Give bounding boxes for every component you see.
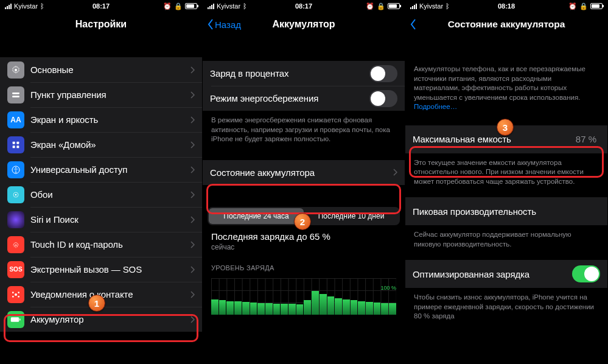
item-accessibility[interactable]: Универсальный доступ [0,157,202,182]
battery-icon [185,3,197,9]
item-label: Siri и Поиск [30,214,190,225]
sos-icon: SOS [7,261,24,278]
segment-24h[interactable]: Последние 24 часа [209,208,304,224]
wallpaper-icon [7,186,24,203]
item-label: Экран и яркость [30,114,190,125]
chevron-right-icon [190,166,195,173]
lock-icon: 🔒 [579,2,588,10]
item-touchid[interactable]: Touch ID и код-пароль [0,232,202,257]
time-range-segmented[interactable]: Последние 24 часа Последние 10 дней [208,207,400,225]
chevron-right-icon [190,91,195,99]
row-low-power-mode[interactable]: Режим энергосбережения [203,86,405,111]
svg-rect-2 [12,96,19,97]
row-battery-health[interactable]: Состояние аккумулятора [203,160,405,185]
home-grid-icon [7,136,24,153]
status-bar: Kyivstar ᛒ 08:18 ⏰ 🔒 [405,0,607,12]
item-display[interactable]: AA Экран и яркость [0,107,202,132]
settings-screen: Kyivstar ᛒ 08:17 ⏰ 🔒 Настройки Основные … [0,0,203,364]
toggle-battery-percentage[interactable] [369,65,397,82]
item-exposure-notif[interactable]: Уведомления о контакте [0,282,202,307]
item-label: Универсальный доступ [30,164,190,175]
status-bar: Kyivstar ᛒ 08:17 ⏰ 🔒 [0,0,202,12]
alarm-icon: ⏰ [568,2,577,10]
row-peak-performance: Пиковая производительность [405,197,607,225]
nav-header: Состояние аккумулятора [405,12,607,37]
toggle-optimized-charging[interactable] [572,265,600,282]
siri-icon [7,211,24,228]
max-capacity-label: Максимальная емкость [413,134,576,144]
item-label: Уведомления о контакте [30,289,190,299]
peak-caption: Сейчас аккумулятор поддерживает нормальн… [405,225,607,250]
bluetooth-icon: ᛒ [446,2,450,10]
bluetooth-icon: ᛒ [40,2,44,10]
toggle-group: Заряд в процентах Режим энергосбережения [203,61,405,111]
svg-point-0 [15,69,17,71]
svg-point-15 [18,296,19,298]
alarm-icon: ⏰ [366,2,374,10]
svg-point-14 [12,296,14,298]
chart-caption: УРОВЕНЬ ЗАРЯДА [203,253,405,275]
item-sos[interactable]: SOS Экстренный вызов — SOS [0,257,202,282]
chevron-right-icon [190,241,195,248]
health-group: Состояние аккумулятора [203,160,405,185]
toggle-label: Режим энергосбережения [210,93,369,103]
item-wallpaper[interactable]: Обои [0,182,202,207]
signal-icon [5,4,12,9]
chevron-right-icon [190,141,195,149]
row-optimized-charging[interactable]: Оптимизированная зарядка [405,260,607,288]
back-button[interactable]: Назад [208,19,241,30]
alarm-icon: ⏰ [163,2,172,10]
item-label: Основные [30,65,190,75]
item-battery[interactable]: Аккумулятор [0,307,202,332]
opt-label: Оптимизированная зарядка [413,269,572,279]
peak-label: Пиковая производительность [413,206,600,217]
item-control-center[interactable]: Пункт управления [0,82,202,107]
max-capacity-caption: Это текущее значение емкости аккумулятор… [405,153,607,188]
svg-rect-17 [19,318,21,320]
item-label: Обои [30,189,190,200]
svg-point-10 [15,194,17,195]
exposure-icon [7,286,24,303]
item-label: Экран «Домой» [30,139,190,150]
max-capacity-group: Максимальная емкость 87 % [405,125,607,153]
toggle-label: Заряд в процентах [210,68,369,79]
item-label: Touch ID и код-пароль [30,239,190,250]
carrier-label: Kyivstar [14,2,38,10]
toggles-icon [7,86,24,103]
intro-caption: Аккумуляторы телефона, как и все перезар… [405,60,607,113]
chart-y-max: 100 % [380,282,396,294]
carrier-label: Kyivstar [419,2,443,10]
nav-header: Настройки [0,12,202,37]
signal-icon [208,4,214,9]
signal-icon [410,4,417,9]
battery-screen: Kyivstar ᛒ 08:17 ⏰ 🔒 Назад Аккумулятор З… [203,0,405,364]
gear-icon [7,61,24,79]
learn-more-link[interactable]: Подробнее… [414,103,457,110]
opt-caption: Чтобы снизить износ аккумулятора, iPhone… [405,288,607,323]
toggle-low-power[interactable] [369,90,397,107]
item-general[interactable]: Основные [0,57,202,82]
chevron-right-icon [190,66,195,74]
svg-rect-3 [13,141,15,144]
health-label: Состояние аккумулятора [210,167,393,178]
page-title: Настройки [75,19,127,30]
back-label: Назад [215,19,241,30]
settings-list: Основные Пункт управления AA Экран и ярк… [0,57,202,332]
item-siri[interactable]: Siri и Поиск [0,207,202,232]
nav-header: Назад Аккумулятор [203,12,405,37]
chevron-right-icon [393,169,397,176]
bluetooth-icon: ᛒ [243,2,247,10]
item-home-screen[interactable]: Экран «Домой» [0,132,202,157]
svg-point-13 [18,292,19,293]
row-max-capacity: Максимальная емкость 87 % [405,125,607,153]
back-button[interactable] [410,19,416,30]
chevron-right-icon [190,316,195,323]
fingerprint-icon [7,236,24,253]
segment-10d[interactable]: Последние 10 дней [304,208,399,224]
svg-point-11 [15,293,17,296]
row-battery-percentage[interactable]: Заряд в процентах [203,61,405,86]
chevron-right-icon [190,216,195,223]
battery-health-screen: Kyivstar ᛒ 08:18 ⏰ 🔒 Состояние аккумулят… [405,0,608,364]
status-bar: Kyivstar ᛒ 08:17 ⏰ 🔒 [203,0,405,12]
chevron-right-icon [190,266,195,273]
